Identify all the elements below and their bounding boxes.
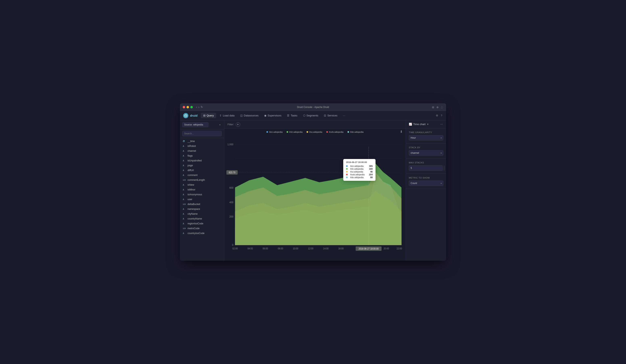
spinner-down[interactable]: ▼ <box>444 168 444 170</box>
maximize-button[interactable] <box>190 106 193 108</box>
nav-more[interactable]: ··· <box>341 113 348 118</box>
help-icon[interactable]: ? <box>440 114 443 117</box>
field-isnew[interactable]: A isNew <box>180 182 224 187</box>
field-name: channel <box>188 150 196 152</box>
panel-more-icon[interactable]: ⋯ <box>440 122 443 126</box>
search-input[interactable] <box>182 131 222 136</box>
field-type-a: A <box>183 198 186 201</box>
chart-area: #en.wikipedia #sh.wikipedia #sv.wikipedi… <box>224 129 406 261</box>
tasks-icon: ☰ <box>287 114 289 117</box>
load-data-icon: ⇪ <box>219 114 222 117</box>
time-granularity-select[interactable]: Hour Second Minute Day Week Month <box>409 135 443 140</box>
field-name: deltaBucket <box>188 203 200 206</box>
field-name: diffUrl <box>188 169 194 172</box>
spinner-up[interactable]: ▲ <box>444 166 444 168</box>
svg-text:200: 200 <box>229 215 233 218</box>
settings-icon[interactable]: ⚙ <box>436 114 438 117</box>
max-stacks-input[interactable] <box>409 165 443 171</box>
search-box <box>180 129 224 138</box>
field-type-a: A <box>183 155 186 157</box>
minimize-button[interactable] <box>187 106 189 108</box>
field-type-a: A <box>183 145 186 147</box>
field-commentlength[interactable]: 123 commentLength <box>180 178 224 182</box>
nav-query-label: Query <box>207 114 214 117</box>
field-regionisocode[interactable]: A regionIsoCode <box>180 221 224 226</box>
refresh-button[interactable]: ↻ <box>201 105 203 109</box>
forward-button[interactable]: › <box>198 105 199 109</box>
field-user[interactable]: A user <box>180 197 224 202</box>
panel-actions: ⋯ <box>440 122 443 126</box>
svg-text:600: 600 <box>229 186 233 190</box>
translate-icon[interactable]: ⊞ <box>431 106 434 109</box>
source-selector[interactable]: Source: wikipedia <box>182 122 222 127</box>
legend-dot-ceb <box>326 131 328 133</box>
max-stacks-label: Max stacks <box>409 162 443 164</box>
max-stacks-section: Max stacks ▲ ▼ <box>406 159 446 174</box>
nav-arrows: ‹ › ↻ <box>196 105 203 109</box>
close-button[interactable] <box>183 106 185 108</box>
legend-label-ceb: #ceb.wikipedia <box>329 131 344 133</box>
filter-bar: Filter: + <box>224 120 406 129</box>
field-type-a: A <box>183 160 186 162</box>
field-channel[interactable]: A channel <box>180 149 224 153</box>
field-type-a: A <box>183 189 186 191</box>
panel-header: 📈 Time chart ▾ ⋯ <box>406 120 446 128</box>
field-time[interactable]: ⏱ __time <box>180 139 224 144</box>
metric-select-wrapper: Count Sum Average <box>409 181 443 186</box>
field-flags[interactable]: A flags <box>180 153 224 158</box>
field-name: isAnonymous <box>188 193 202 196</box>
legend-sh: #sh.wikipedia <box>287 131 303 133</box>
field-metrocode[interactable]: 123 metroCode <box>180 226 224 231</box>
field-isunpatrolled[interactable]: A isUnpatrolled <box>180 158 224 163</box>
field-isrobot[interactable]: A isRobot <box>180 144 224 149</box>
filter-add-button[interactable]: + <box>236 122 240 127</box>
stack-by-select-wrapper: channel namespace page <box>409 150 443 156</box>
filter-label: Filter: <box>228 123 234 126</box>
nav-datasources-label: Datasources <box>244 114 259 117</box>
field-type-a: A <box>183 218 186 220</box>
svg-text:14:00: 14:00 <box>323 247 329 250</box>
menu-icon[interactable]: ⋮ <box>440 106 443 109</box>
field-name: user <box>188 198 192 201</box>
logo-icon <box>183 113 188 118</box>
chart-icon: 📈 <box>409 123 412 126</box>
svg-text:400: 400 <box>229 201 233 204</box>
supervisors-icon: ◉ <box>264 114 266 117</box>
field-namespace[interactable]: A namespace <box>180 207 224 211</box>
field-countryname[interactable]: A countryName <box>180 216 224 221</box>
logo-text: druid <box>190 114 198 117</box>
traffic-lights <box>183 106 193 108</box>
chart-svg: 1,000 800 600 400 200 0 <box>224 135 406 255</box>
nav-supervisors[interactable]: ◉ Supervisors <box>262 113 284 118</box>
field-comment[interactable]: A comment <box>180 173 224 178</box>
nav-services[interactable]: ⊡ Services <box>321 113 340 118</box>
field-diffurl[interactable]: A diffUrl <box>180 168 224 173</box>
back-button[interactable]: ‹ <box>196 105 197 109</box>
metric-select[interactable]: Count Sum Average <box>409 181 443 186</box>
field-type-123: 123 <box>183 203 186 205</box>
nav-load-data[interactable]: ⇪ Load data <box>217 113 237 118</box>
panel-title-row: 📈 Time chart ▾ <box>409 122 429 126</box>
svg-text:04:00: 04:00 <box>247 247 253 250</box>
nav-query[interactable]: ⊟ Query <box>201 113 216 118</box>
field-deltabucket[interactable]: 123 deltaBucket <box>180 202 224 207</box>
legend-ceb: #ceb.wikipedia <box>326 131 344 133</box>
field-cityname[interactable]: A cityName <box>180 211 224 216</box>
download-button[interactable]: ⬇ <box>400 130 402 134</box>
field-isanonymous[interactable]: A isAnonymous <box>180 192 224 197</box>
source-select[interactable]: Source: wikipedia <box>182 122 208 127</box>
field-page[interactable]: A page <box>180 163 224 168</box>
extensions-icon[interactable]: ⊕ <box>436 106 439 109</box>
field-type-a: A <box>183 232 186 235</box>
nav-datasources[interactable]: ◫ Datasources <box>238 113 261 118</box>
field-name: regionIsoCode <box>188 222 203 225</box>
field-name: isNew <box>188 183 194 186</box>
stack-by-select[interactable]: channel namespace page <box>409 150 443 156</box>
area-sh <box>235 164 401 245</box>
field-countryisocode[interactable]: A countryIsoCode <box>180 231 224 236</box>
nav-segments[interactable]: ⬡ Segments <box>301 113 321 118</box>
panel-dropdown-icon[interactable]: ▾ <box>427 122 429 126</box>
nav-tasks[interactable]: ☰ Tasks <box>285 113 300 118</box>
legend-label-sh: #sh.wikipedia <box>289 131 303 133</box>
field-isminor[interactable]: A isMinor <box>180 187 224 192</box>
